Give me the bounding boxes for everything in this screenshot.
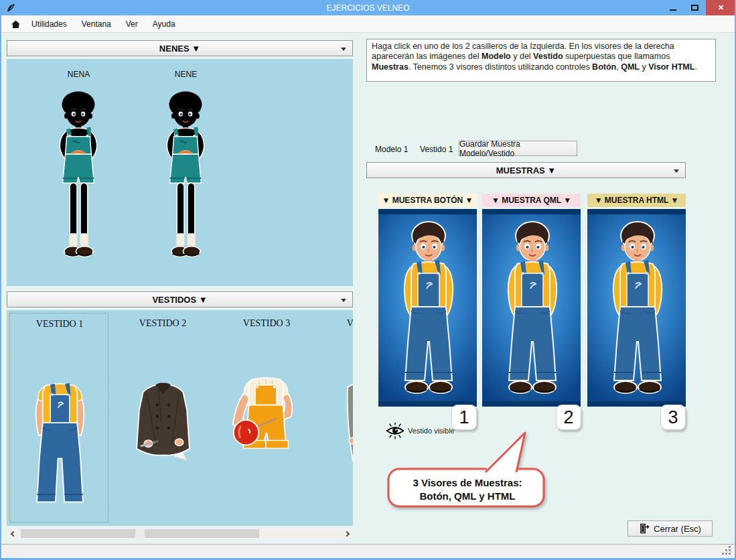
modelo-label: Modelo 1	[375, 145, 408, 154]
vestido-3-label: VESTIDO 3	[217, 318, 316, 329]
vestido-item-4[interactable]: VESTIDO 4	[321, 313, 353, 522]
home-icon	[11, 19, 21, 29]
app-window: EJERCICIOS VELNEO ✕ Utilidades Ventana V…	[0, 0, 736, 560]
vestido-2-label: VESTIDO 2	[113, 318, 212, 329]
menu-item-ayuda[interactable]: Ayuda	[145, 17, 183, 31]
chevron-down-icon	[341, 48, 346, 51]
vestido-1-outfit	[25, 375, 95, 516]
viewer-badge-3: 3	[660, 405, 686, 430]
scrollbar-grip	[135, 529, 145, 538]
text-segment: Botón	[592, 62, 616, 72]
muestra-qml-viewer[interactable]	[482, 209, 581, 407]
muestras-header-label: MUESTRAS ▼	[496, 165, 556, 176]
home-menu-button[interactable]	[7, 17, 24, 31]
menu-item-utilidades[interactable]: Utilidades	[24, 17, 74, 31]
text-segment: Modelo	[482, 52, 511, 61]
minimize-button[interactable]	[662, 0, 684, 15]
vestido-3-outfit	[226, 372, 305, 471]
nenes-dropdown-header[interactable]: NENES ▼	[7, 40, 353, 56]
menu-bar: Utilidades Ventana Ver Ayuda	[1, 15, 735, 33]
chevron-left-icon	[10, 531, 15, 536]
muestra-figure	[378, 209, 477, 407]
viewer-badge-2: 2	[556, 405, 581, 430]
muestra-html-header[interactable]: ▼ MUESTRA HTML ▼	[587, 194, 686, 207]
text-segment: Vestido	[533, 52, 563, 61]
instruction-text: Haga click en uno de los 2 casilleros de…	[366, 39, 716, 82]
muestra-qml-header[interactable]: ▼ MUESTRA QML ▼	[482, 194, 581, 207]
muestra-figure	[482, 209, 581, 407]
cerrar-button[interactable]: Cerrar (Esc)	[628, 520, 713, 537]
text-segment: Muestras	[372, 62, 409, 72]
vestidos-dropdown-header[interactable]: VESTIDOS ▼	[7, 291, 353, 307]
nenes-header-label: NENES ▼	[159, 44, 200, 54]
muestras-dropdown-header[interactable]: MUESTRAS ▼	[366, 162, 686, 178]
close-button[interactable]: ✕	[706, 0, 736, 15]
menu-item-ventana[interactable]: Ventana	[74, 17, 119, 31]
model-nena-label: NENA	[47, 70, 111, 79]
exit-door-icon	[639, 523, 650, 534]
vestidos-header-label: VESTIDOS ▼	[152, 295, 207, 305]
maximize-button[interactable]	[684, 0, 706, 15]
scroll-right-button[interactable]	[342, 528, 353, 539]
vestido-4-outfit	[333, 376, 353, 470]
muestra-boton-header[interactable]: ▼ MUESTRA BOTÓN ▼	[378, 194, 477, 207]
muestra-figure	[587, 209, 686, 407]
vestido-item-2[interactable]: VESTIDO 2	[113, 313, 212, 522]
scroll-left-button[interactable]	[7, 528, 18, 539]
text-segment: y del	[511, 52, 533, 61]
menu-item-ver[interactable]: Ver	[119, 17, 145, 31]
title-bar[interactable]: EJERCICIOS VELNEO ✕	[0, 0, 736, 15]
horizontal-scrollbar[interactable]	[7, 528, 353, 539]
vestidos-panel: VESTIDO 1 VESTIDO 2	[7, 310, 353, 526]
muestra-html-viewer[interactable]	[587, 209, 686, 407]
cerrar-label: Cerrar (Esc)	[654, 524, 701, 534]
status-bar	[1, 544, 735, 558]
maximize-icon	[691, 5, 698, 11]
vestido-1-label: VESTIDO 1	[10, 319, 109, 330]
guardar-muestra-button[interactable]: Guardar Muestra Modelo/Vestido	[459, 141, 577, 156]
text-segment: y	[640, 62, 648, 72]
scrollbar-thumb[interactable]	[21, 529, 259, 538]
model-nena-figure[interactable]	[46, 87, 111, 264]
model-nene-label: NENE	[154, 70, 218, 79]
vestido-item-1[interactable]: VESTIDO 1	[9, 313, 108, 522]
model-nene-figure[interactable]	[153, 87, 218, 264]
text-segment: .	[694, 62, 696, 72]
chevron-down-icon	[341, 299, 346, 302]
vestido-4-label: VESTIDO 4	[321, 318, 353, 329]
chevron-down-icon	[674, 169, 679, 173]
text-segment: QML	[621, 62, 640, 72]
chevron-right-icon	[344, 531, 349, 536]
models-panel: NENA NENE	[7, 59, 353, 286]
text-segment: superpuestas que llamamos	[563, 52, 670, 61]
muestra-boton-viewer[interactable]	[378, 209, 477, 407]
text-segment: . Tenemos 3 visores distintos utilizando…	[409, 62, 592, 72]
vestido-item-3[interactable]: VESTIDO 3	[217, 313, 316, 522]
vestido-2-outfit	[120, 376, 207, 464]
resize-grip[interactable]	[729, 553, 731, 555]
viewer-badge-1: 1	[451, 405, 477, 430]
window-title: EJERCICIOS VELNEO	[0, 3, 736, 13]
callout-text: 3 Visores de Muestras: Botón, QML y HTML	[394, 476, 540, 503]
vestido-label: Vestido 1	[420, 145, 453, 154]
text-segment: Visor HTML	[648, 62, 694, 72]
minimize-icon	[670, 9, 676, 11]
callout-line-2: Botón, QML y HTML	[394, 490, 540, 503]
callout-line-1: 3 Visores de Muestras:	[394, 476, 540, 490]
